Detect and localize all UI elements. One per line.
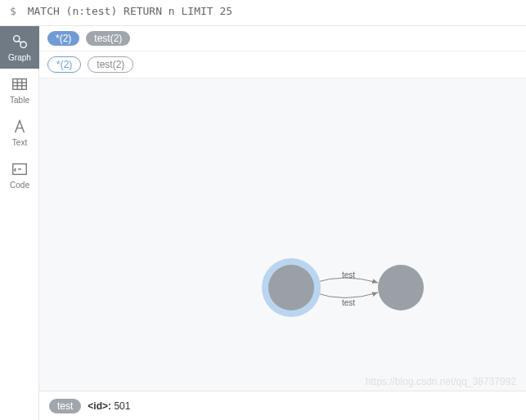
edge-label: test bbox=[342, 270, 355, 279]
edge-label: test bbox=[342, 298, 355, 307]
code-icon bbox=[11, 160, 29, 178]
main: Graph Table Text Code *(2) test(2) *(2) … bbox=[0, 26, 526, 420]
tab-graph[interactable]: Graph bbox=[0, 26, 39, 69]
query-prompt: $ bbox=[10, 5, 16, 17]
table-icon bbox=[11, 75, 29, 93]
legend-top: *(2) test(2) bbox=[39, 26, 526, 51]
tab-label: Graph bbox=[8, 53, 31, 62]
graph-node[interactable] bbox=[378, 265, 424, 311]
legend-pill-all[interactable]: *(2) bbox=[47, 31, 79, 46]
text-icon bbox=[11, 118, 29, 136]
edges: test test bbox=[39, 78, 526, 405]
legend-subpill-test[interactable]: test(2) bbox=[88, 56, 133, 73]
legend-pill-test[interactable]: test(2) bbox=[86, 31, 130, 46]
tab-table[interactable]: Table bbox=[0, 69, 39, 111]
tab-text[interactable]: Text bbox=[0, 111, 39, 154]
svg-rect-3 bbox=[13, 79, 27, 90]
graph-node[interactable] bbox=[268, 265, 314, 311]
graph-canvas[interactable]: test test bbox=[39, 78, 526, 391]
graph-icon bbox=[11, 33, 29, 51]
query-text: MATCH (n:test) RETURN n LIMIT 25 bbox=[28, 5, 232, 17]
edge-line bbox=[314, 293, 378, 298]
tab-code[interactable]: Code bbox=[0, 154, 39, 196]
legend-subpill-all[interactable]: *(2) bbox=[47, 56, 81, 73]
sidebar: Graph Table Text Code bbox=[0, 26, 39, 420]
tab-label: Text bbox=[12, 138, 27, 147]
legend-sub: *(2) test(2) bbox=[39, 51, 526, 78]
svg-line-2 bbox=[19, 41, 21, 43]
tab-label: Table bbox=[10, 96, 29, 105]
content-area: *(2) test(2) *(2) test(2) test test bbox=[39, 26, 526, 420]
svg-point-0 bbox=[14, 36, 20, 42]
query-bar[interactable]: $ MATCH (n:test) RETURN n LIMIT 25 bbox=[0, 0, 526, 26]
tab-label: Code bbox=[10, 181, 29, 190]
